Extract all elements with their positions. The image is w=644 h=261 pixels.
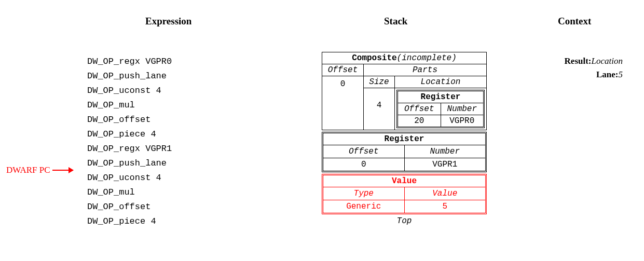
composite-size-value: 4 [364, 88, 394, 122]
inner-register-offset-value: 20 [398, 115, 441, 127]
header-context: Context [558, 16, 591, 27]
expression-column: DW_OP_regx VGPR0 DW_OP_push_lane DW_OP_u… [87, 54, 172, 229]
expr-op: DW_OP_uconst 4 [87, 84, 172, 98]
stack-value: Value Type Value Generic 5 [322, 174, 487, 214]
inner-register-offset-label: Offset [398, 103, 441, 115]
context-result-value: Location [592, 56, 623, 66]
inner-register-title: Register [398, 91, 483, 103]
context-result-label: Result: [565, 56, 592, 66]
stack-top-label: Top [322, 216, 487, 226]
value-type-label: Type [323, 187, 405, 200]
inner-register-number-label: Number [441, 103, 484, 115]
composite-offset-label: Offset [322, 64, 363, 76]
context-lane-label: Lane: [596, 70, 619, 79]
stack-register: Register Offset Number 0 VGPR1 [322, 132, 487, 172]
expr-op: DW_OP_mul [87, 98, 172, 113]
inner-register-number-value: VGPR0 [441, 115, 484, 127]
composite-location-label: Location [395, 76, 486, 88]
composite-offset-value: 0 [322, 76, 363, 117]
expr-op: DW_OP_mul [87, 185, 172, 200]
expr-op: DW_OP_regx VGPR1 [87, 142, 172, 156]
dwarf-pc-pointer: DWARF PC [6, 165, 73, 175]
value-value-label: Value [405, 187, 486, 200]
composite-status: (incomplete) [397, 53, 457, 63]
expr-op: DW_OP_uconst 4 [87, 171, 172, 185]
value-value-value: 5 [405, 200, 486, 213]
value-title: Value [323, 175, 485, 187]
expr-op: DW_OP_push_lane [87, 69, 172, 84]
composite-title-row: Composite(incomplete) [322, 52, 486, 64]
expr-op: DW_OP_piece 4 [87, 214, 172, 229]
stack-composite: Composite(incomplete) Offset 0 Parts Siz… [322, 52, 487, 130]
dwarf-pc-label: DWARF PC [6, 165, 50, 175]
header-stack: Stack [384, 16, 407, 27]
arrow-right-icon [52, 170, 73, 171]
expr-op: DW_OP_regx VGPR0 [87, 54, 172, 69]
composite-size-label: Size [364, 76, 394, 88]
composite-parts-label: Parts [364, 64, 486, 76]
expr-op: DW_OP_offset [87, 200, 172, 214]
value-type-value: Generic [323, 200, 405, 213]
composite-inner-register: Register Offset Number 20 VGPR0 [396, 90, 485, 128]
register-title: Register [323, 133, 485, 145]
expr-op: DW_OP_push_lane [87, 156, 172, 171]
register-offset-label: Offset [323, 145, 405, 158]
register-offset-value: 0 [323, 158, 405, 171]
composite-title: Composite [352, 53, 396, 63]
context-lane-value: 5 [619, 70, 623, 79]
header-expression: Expression [145, 16, 191, 27]
register-number-value: VGPR1 [405, 158, 486, 171]
expr-op: DW_OP_piece 4 [87, 127, 172, 142]
register-number-label: Number [405, 145, 486, 158]
stack-column: Composite(incomplete) Offset 0 Parts Siz… [322, 52, 488, 226]
context-column: Result:Location Lane:5 [537, 54, 623, 81]
expr-op: DW_OP_offset [87, 113, 172, 127]
